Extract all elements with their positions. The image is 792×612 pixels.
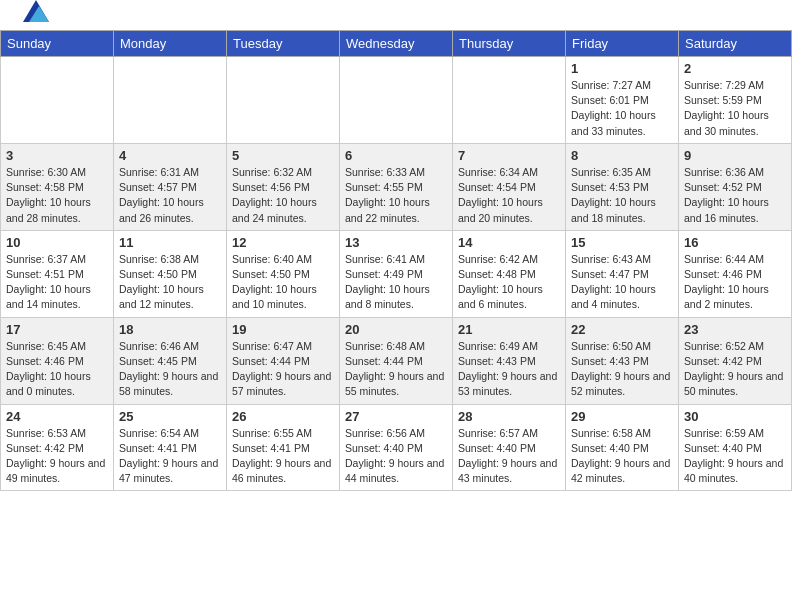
day-number: 2 [684, 61, 786, 76]
day-info: Sunrise: 6:45 AM Sunset: 4:46 PM Dayligh… [6, 339, 108, 400]
day-number: 24 [6, 409, 108, 424]
calendar-day-18: 18Sunrise: 6:46 AM Sunset: 4:45 PM Dayli… [114, 317, 227, 404]
calendar-week-2: 10Sunrise: 6:37 AM Sunset: 4:51 PM Dayli… [1, 230, 792, 317]
calendar-day-12: 12Sunrise: 6:40 AM Sunset: 4:50 PM Dayli… [227, 230, 340, 317]
day-number: 17 [6, 322, 108, 337]
calendar-day-29: 29Sunrise: 6:58 AM Sunset: 4:40 PM Dayli… [566, 404, 679, 491]
day-number: 4 [119, 148, 221, 163]
calendar-day-13: 13Sunrise: 6:41 AM Sunset: 4:49 PM Dayli… [340, 230, 453, 317]
day-info: Sunrise: 6:48 AM Sunset: 4:44 PM Dayligh… [345, 339, 447, 400]
day-info: Sunrise: 6:57 AM Sunset: 4:40 PM Dayligh… [458, 426, 560, 487]
day-number: 6 [345, 148, 447, 163]
calendar-empty-cell [114, 57, 227, 144]
calendar-day-9: 9Sunrise: 6:36 AM Sunset: 4:52 PM Daylig… [679, 143, 792, 230]
calendar-day-2: 2Sunrise: 7:29 AM Sunset: 5:59 PM Daylig… [679, 57, 792, 144]
day-number: 9 [684, 148, 786, 163]
day-info: Sunrise: 6:33 AM Sunset: 4:55 PM Dayligh… [345, 165, 447, 226]
calendar-day-16: 16Sunrise: 6:44 AM Sunset: 4:46 PM Dayli… [679, 230, 792, 317]
calendar-header-row: SundayMondayTuesdayWednesdayThursdayFrid… [1, 31, 792, 57]
calendar-header-monday: Monday [114, 31, 227, 57]
day-number: 5 [232, 148, 334, 163]
calendar-day-17: 17Sunrise: 6:45 AM Sunset: 4:46 PM Dayli… [1, 317, 114, 404]
calendar-table: SundayMondayTuesdayWednesdayThursdayFrid… [0, 30, 792, 491]
day-number: 14 [458, 235, 560, 250]
calendar-day-23: 23Sunrise: 6:52 AM Sunset: 4:42 PM Dayli… [679, 317, 792, 404]
day-info: Sunrise: 6:42 AM Sunset: 4:48 PM Dayligh… [458, 252, 560, 313]
day-info: Sunrise: 7:27 AM Sunset: 6:01 PM Dayligh… [571, 78, 673, 139]
day-number: 25 [119, 409, 221, 424]
day-info: Sunrise: 6:34 AM Sunset: 4:54 PM Dayligh… [458, 165, 560, 226]
day-number: 15 [571, 235, 673, 250]
day-info: Sunrise: 6:55 AM Sunset: 4:41 PM Dayligh… [232, 426, 334, 487]
calendar-day-3: 3Sunrise: 6:30 AM Sunset: 4:58 PM Daylig… [1, 143, 114, 230]
calendar-header-thursday: Thursday [453, 31, 566, 57]
day-info: Sunrise: 6:54 AM Sunset: 4:41 PM Dayligh… [119, 426, 221, 487]
day-number: 19 [232, 322, 334, 337]
day-number: 10 [6, 235, 108, 250]
calendar-day-15: 15Sunrise: 6:43 AM Sunset: 4:47 PM Dayli… [566, 230, 679, 317]
day-number: 8 [571, 148, 673, 163]
day-number: 1 [571, 61, 673, 76]
calendar-empty-cell [1, 57, 114, 144]
calendar-day-5: 5Sunrise: 6:32 AM Sunset: 4:56 PM Daylig… [227, 143, 340, 230]
calendar-day-25: 25Sunrise: 6:54 AM Sunset: 4:41 PM Dayli… [114, 404, 227, 491]
day-info: Sunrise: 6:36 AM Sunset: 4:52 PM Dayligh… [684, 165, 786, 226]
calendar-header-saturday: Saturday [679, 31, 792, 57]
calendar-day-1: 1Sunrise: 7:27 AM Sunset: 6:01 PM Daylig… [566, 57, 679, 144]
calendar-day-19: 19Sunrise: 6:47 AM Sunset: 4:44 PM Dayli… [227, 317, 340, 404]
calendar-empty-cell [227, 57, 340, 144]
day-info: Sunrise: 6:43 AM Sunset: 4:47 PM Dayligh… [571, 252, 673, 313]
calendar-day-11: 11Sunrise: 6:38 AM Sunset: 4:50 PM Dayli… [114, 230, 227, 317]
day-info: Sunrise: 6:49 AM Sunset: 4:43 PM Dayligh… [458, 339, 560, 400]
calendar-day-24: 24Sunrise: 6:53 AM Sunset: 4:42 PM Dayli… [1, 404, 114, 491]
day-number: 12 [232, 235, 334, 250]
calendar-week-4: 24Sunrise: 6:53 AM Sunset: 4:42 PM Dayli… [1, 404, 792, 491]
day-info: Sunrise: 6:30 AM Sunset: 4:58 PM Dayligh… [6, 165, 108, 226]
day-info: Sunrise: 6:32 AM Sunset: 4:56 PM Dayligh… [232, 165, 334, 226]
logo-wrapper [20, 10, 49, 25]
day-number: 22 [571, 322, 673, 337]
day-info: Sunrise: 6:31 AM Sunset: 4:57 PM Dayligh… [119, 165, 221, 226]
day-info: Sunrise: 6:58 AM Sunset: 4:40 PM Dayligh… [571, 426, 673, 487]
day-number: 16 [684, 235, 786, 250]
day-number: 27 [345, 409, 447, 424]
calendar-week-1: 3Sunrise: 6:30 AM Sunset: 4:58 PM Daylig… [1, 143, 792, 230]
day-info: Sunrise: 6:52 AM Sunset: 4:42 PM Dayligh… [684, 339, 786, 400]
day-info: Sunrise: 7:29 AM Sunset: 5:59 PM Dayligh… [684, 78, 786, 139]
calendar-week-3: 17Sunrise: 6:45 AM Sunset: 4:46 PM Dayli… [1, 317, 792, 404]
calendar-day-4: 4Sunrise: 6:31 AM Sunset: 4:57 PM Daylig… [114, 143, 227, 230]
calendar-day-21: 21Sunrise: 6:49 AM Sunset: 4:43 PM Dayli… [453, 317, 566, 404]
calendar-day-22: 22Sunrise: 6:50 AM Sunset: 4:43 PM Dayli… [566, 317, 679, 404]
day-info: Sunrise: 6:35 AM Sunset: 4:53 PM Dayligh… [571, 165, 673, 226]
header [0, 0, 792, 30]
calendar-header-sunday: Sunday [1, 31, 114, 57]
calendar-day-26: 26Sunrise: 6:55 AM Sunset: 4:41 PM Dayli… [227, 404, 340, 491]
calendar-day-30: 30Sunrise: 6:59 AM Sunset: 4:40 PM Dayli… [679, 404, 792, 491]
calendar-day-14: 14Sunrise: 6:42 AM Sunset: 4:48 PM Dayli… [453, 230, 566, 317]
day-number: 3 [6, 148, 108, 163]
calendar-day-27: 27Sunrise: 6:56 AM Sunset: 4:40 PM Dayli… [340, 404, 453, 491]
logo-icon [23, 0, 49, 25]
day-info: Sunrise: 6:40 AM Sunset: 4:50 PM Dayligh… [232, 252, 334, 313]
calendar-empty-cell [453, 57, 566, 144]
day-number: 23 [684, 322, 786, 337]
day-info: Sunrise: 6:37 AM Sunset: 4:51 PM Dayligh… [6, 252, 108, 313]
day-number: 29 [571, 409, 673, 424]
day-info: Sunrise: 6:50 AM Sunset: 4:43 PM Dayligh… [571, 339, 673, 400]
day-number: 13 [345, 235, 447, 250]
calendar-week-0: 1Sunrise: 7:27 AM Sunset: 6:01 PM Daylig… [1, 57, 792, 144]
calendar-day-7: 7Sunrise: 6:34 AM Sunset: 4:54 PM Daylig… [453, 143, 566, 230]
day-info: Sunrise: 6:46 AM Sunset: 4:45 PM Dayligh… [119, 339, 221, 400]
day-number: 11 [119, 235, 221, 250]
calendar-day-20: 20Sunrise: 6:48 AM Sunset: 4:44 PM Dayli… [340, 317, 453, 404]
day-info: Sunrise: 6:44 AM Sunset: 4:46 PM Dayligh… [684, 252, 786, 313]
logo [20, 15, 49, 25]
day-number: 28 [458, 409, 560, 424]
day-number: 21 [458, 322, 560, 337]
day-info: Sunrise: 6:59 AM Sunset: 4:40 PM Dayligh… [684, 426, 786, 487]
day-number: 20 [345, 322, 447, 337]
day-info: Sunrise: 6:38 AM Sunset: 4:50 PM Dayligh… [119, 252, 221, 313]
calendar-empty-cell [340, 57, 453, 144]
day-info: Sunrise: 6:53 AM Sunset: 4:42 PM Dayligh… [6, 426, 108, 487]
calendar-day-8: 8Sunrise: 6:35 AM Sunset: 4:53 PM Daylig… [566, 143, 679, 230]
